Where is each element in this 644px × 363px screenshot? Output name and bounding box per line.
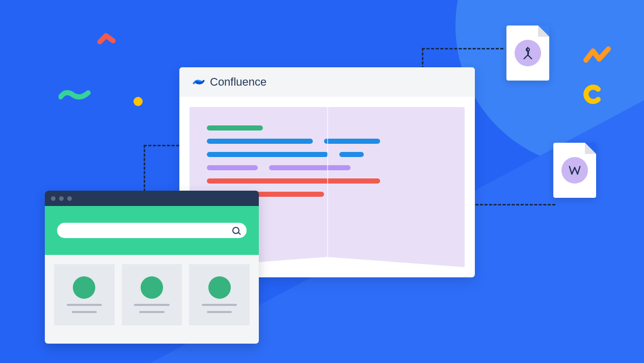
page-fold <box>327 257 465 267</box>
avatar <box>73 276 95 299</box>
card-text-line <box>139 311 164 313</box>
doc-line <box>207 152 328 157</box>
doc-line <box>339 152 364 157</box>
pdf-file[interactable] <box>506 25 549 81</box>
doc-line <box>324 139 380 144</box>
doc-line <box>207 139 313 144</box>
browser-hero <box>45 206 259 255</box>
doc-line <box>207 125 263 131</box>
window-dot <box>59 196 64 201</box>
profile-card[interactable] <box>189 264 250 325</box>
avatar <box>208 276 231 299</box>
connector-line <box>422 48 503 49</box>
zigzag-decor <box>583 46 613 65</box>
browser-window <box>45 191 259 344</box>
avatar <box>141 276 163 299</box>
card-text-line <box>202 304 237 306</box>
svg-point-0 <box>526 48 529 51</box>
connector-line <box>144 145 145 192</box>
chevron-decor <box>97 31 117 51</box>
doc-line <box>269 165 351 170</box>
dot-decor <box>133 97 143 106</box>
doc-line <box>207 178 380 184</box>
search-input[interactable] <box>57 223 247 238</box>
word-file[interactable] <box>553 143 596 198</box>
browser-titlebar <box>45 191 259 206</box>
card-row <box>45 255 259 334</box>
doc-line <box>207 165 258 170</box>
tilde-decor <box>59 89 91 101</box>
card-text-line <box>72 311 97 313</box>
profile-card[interactable] <box>122 264 182 325</box>
card-text-line <box>67 304 102 306</box>
confluence-header: Confluence <box>179 67 475 97</box>
window-dot <box>51 196 56 201</box>
c-shape-decor <box>583 84 603 105</box>
pdf-icon <box>515 40 541 66</box>
card-text-line <box>134 304 169 306</box>
product-name: Confluence <box>210 75 266 89</box>
word-icon <box>561 157 588 184</box>
confluence-logo-icon <box>193 76 205 88</box>
profile-card[interactable] <box>54 264 115 325</box>
search-icon <box>232 227 239 234</box>
window-dot <box>67 196 72 201</box>
card-text-line <box>207 311 232 313</box>
